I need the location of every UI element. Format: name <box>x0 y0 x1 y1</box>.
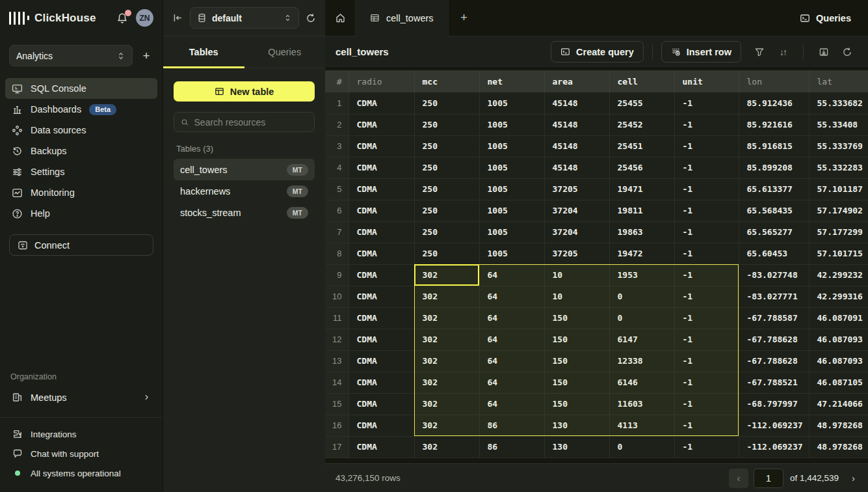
row-number-cell[interactable]: 12 <box>325 329 349 350</box>
clickhouse-logo-icon[interactable] <box>9 11 29 25</box>
table-cell[interactable]: 42.299316 <box>809 286 868 307</box>
table-cell[interactable]: 19863 <box>609 221 674 243</box>
table-cell[interactable]: 45148 <box>544 135 609 157</box>
table-cell[interactable]: -83.027771 <box>739 286 809 307</box>
sidebar-item-help[interactable]: Help <box>5 203 157 224</box>
workspace-select[interactable]: Analytics <box>9 45 133 66</box>
table-cell[interactable]: 65.565277 <box>739 221 809 243</box>
table-cell[interactable]: 302 <box>414 286 479 307</box>
table-cell[interactable]: -83.027748 <box>739 264 809 286</box>
column-header-area[interactable]: area <box>544 70 609 92</box>
table-cell[interactable]: CDMA <box>349 243 414 264</box>
table-cell[interactable]: -68.797997 <box>739 393 809 415</box>
table-cell[interactable]: CDMA <box>349 286 414 307</box>
table-list-item-cell-towers[interactable]: cell_towers MT <box>174 159 315 180</box>
refresh-data-button[interactable] <box>835 41 859 62</box>
table-cell[interactable]: -112.069237 <box>739 415 809 436</box>
table-cell[interactable]: -1 <box>674 200 739 221</box>
system-status-link[interactable]: All systems operational <box>5 463 157 483</box>
queries-button[interactable]: Queries <box>783 0 868 36</box>
row-number-cell[interactable]: 15 <box>325 393 349 415</box>
table-cell[interactable]: 1953 <box>609 264 674 286</box>
table-cell[interactable]: 25451 <box>609 135 674 157</box>
table-cell[interactable]: 302 <box>414 436 479 458</box>
table-cell[interactable]: 12338 <box>609 350 674 372</box>
search-input[interactable] <box>194 117 308 128</box>
table-cell[interactable]: 250 <box>414 157 479 178</box>
table-cell[interactable]: -1 <box>674 286 739 307</box>
table-cell[interactable]: 48.978268 <box>809 436 868 458</box>
sidebar-item-meetups[interactable]: Meetups <box>5 387 157 408</box>
table-cell[interactable]: CDMA <box>349 221 414 243</box>
table-cell[interactable]: 19811 <box>609 200 674 221</box>
table-cell[interactable]: 150 <box>544 372 609 393</box>
table-cell[interactable]: -1 <box>674 350 739 372</box>
table-cell[interactable]: 46.087093 <box>809 329 868 350</box>
row-number-cell[interactable]: 1 <box>325 92 349 114</box>
table-cell[interactable]: -1 <box>674 178 739 200</box>
download-button[interactable] <box>812 41 835 62</box>
tab-cell-towers[interactable]: cell_towers <box>356 0 449 36</box>
table-cell[interactable]: 64 <box>479 307 544 329</box>
table-cell[interactable]: -1 <box>674 436 739 458</box>
table-cell[interactable]: 85.912436 <box>739 92 809 114</box>
table-cell[interactable]: 45148 <box>544 114 609 135</box>
table-cell[interactable]: 64 <box>479 393 544 415</box>
database-select[interactable]: default <box>190 7 299 29</box>
column-header-lat[interactable]: lat <box>809 70 868 92</box>
row-number-cell[interactable]: 2 <box>325 114 349 135</box>
table-cell[interactable]: -1 <box>674 372 739 393</box>
next-page-button[interactable]: › <box>848 470 859 486</box>
table-cell[interactable]: 130 <box>544 436 609 458</box>
row-number-cell[interactable]: 11 <box>325 307 349 329</box>
row-number-cell[interactable]: 7 <box>325 221 349 243</box>
collapse-panel-button[interactable] <box>172 12 183 23</box>
table-cell[interactable]: 0 <box>609 286 674 307</box>
table-cell[interactable]: CDMA <box>349 135 414 157</box>
table-cell[interactable]: 4113 <box>609 415 674 436</box>
column-header-net[interactable]: net <box>479 70 544 92</box>
table-cell[interactable]: 1005 <box>479 200 544 221</box>
table-cell[interactable]: 0 <box>609 436 674 458</box>
table-cell[interactable]: CDMA <box>349 372 414 393</box>
table-cell[interactable]: 302 <box>414 329 479 350</box>
table-cell[interactable]: 55.333682 <box>809 92 868 114</box>
table-cell[interactable]: 250 <box>414 178 479 200</box>
table-cell[interactable]: 302 <box>414 264 479 286</box>
table-cell[interactable]: 55.33408 <box>809 114 868 135</box>
table-cell[interactable]: 64 <box>479 350 544 372</box>
table-cell[interactable]: 55.333769 <box>809 135 868 157</box>
row-number-cell[interactable]: 10 <box>325 286 349 307</box>
avatar[interactable]: ZN <box>136 9 153 27</box>
table-cell[interactable]: 65.613377 <box>739 178 809 200</box>
row-number-cell[interactable]: 4 <box>325 157 349 178</box>
column-header-radio[interactable]: radio <box>349 70 414 92</box>
table-cell[interactable]: 1005 <box>479 221 544 243</box>
table-cell[interactable]: 64 <box>479 372 544 393</box>
column-header-lon[interactable]: lon <box>739 70 809 92</box>
row-number-cell[interactable]: 8 <box>325 243 349 264</box>
refresh-tables-button[interactable] <box>306 13 316 23</box>
table-cell[interactable]: 1005 <box>479 114 544 135</box>
chat-support-link[interactable]: Chat with support <box>5 444 157 463</box>
row-number-cell[interactable]: 13 <box>325 350 349 372</box>
home-tab-button[interactable] <box>325 0 356 36</box>
column-header-mcc[interactable]: mcc <box>414 70 479 92</box>
table-cell[interactable]: 302 <box>414 372 479 393</box>
table-cell[interactable]: 46.087093 <box>809 350 868 372</box>
table-cell[interactable]: -1 <box>674 135 739 157</box>
sidebar-item-sql-console[interactable]: SQL Console <box>5 78 157 99</box>
table-cell[interactable]: 10 <box>544 264 609 286</box>
table-cell[interactable]: 150 <box>544 350 609 372</box>
table-cell[interactable]: CDMA <box>349 200 414 221</box>
insert-row-button[interactable]: Insert row <box>661 41 741 62</box>
table-cell[interactable]: 86 <box>479 415 544 436</box>
table-cell[interactable]: 25455 <box>609 92 674 114</box>
table-cell[interactable]: 37204 <box>544 200 609 221</box>
table-cell[interactable]: 46.087105 <box>809 372 868 393</box>
table-cell[interactable]: 1005 <box>479 92 544 114</box>
table-cell[interactable]: CDMA <box>349 436 414 458</box>
table-cell[interactable]: 85.921616 <box>739 114 809 135</box>
table-cell[interactable]: -67.788628 <box>739 329 809 350</box>
new-table-button[interactable]: New table <box>174 81 315 102</box>
